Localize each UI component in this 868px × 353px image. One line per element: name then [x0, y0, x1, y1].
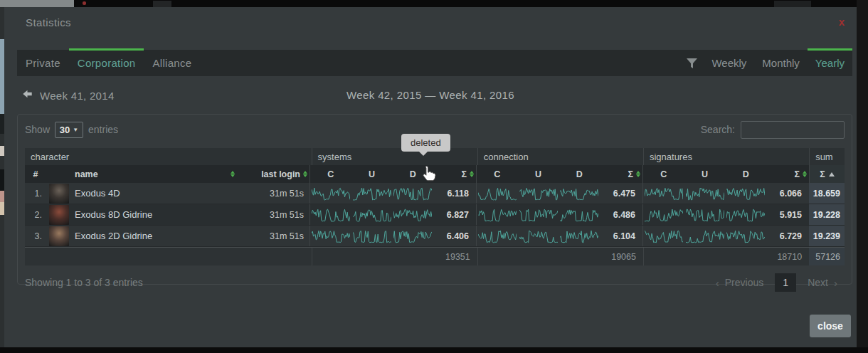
background-top-bar — [0, 0, 868, 7]
avatar — [46, 204, 72, 225]
header-signatures-c[interactable]: C — [643, 169, 684, 179]
period-weekly[interactable]: Weekly — [704, 50, 754, 76]
connection-sum-value: 6.486 — [600, 204, 642, 225]
page-size-select[interactable]: 30 ▼ — [55, 122, 83, 138]
total-sum-value: 18.659 — [809, 183, 845, 204]
background-right-area — [857, 0, 868, 353]
header-systems-cols: C U D Σ — [309, 165, 476, 183]
header-connection-d[interactable]: D — [559, 169, 600, 179]
next-page-button[interactable]: Next › — [800, 274, 845, 292]
group-character: character — [25, 148, 312, 165]
tab-private[interactable]: Private — [17, 50, 69, 76]
total-sum-value: 19.228 — [809, 204, 845, 225]
filter-funnel-icon[interactable] — [679, 50, 704, 76]
sparkline-cell — [559, 204, 600, 225]
header-systems-u[interactable]: U — [351, 169, 393, 179]
background-navbar-fragment — [0, 0, 74, 7]
sparkline-cell — [725, 226, 766, 246]
header-signatures-u[interactable]: U — [684, 169, 726, 179]
header-systems-c[interactable]: C — [310, 169, 351, 179]
sparkline-cell — [392, 183, 433, 204]
sparkline-chart — [312, 228, 350, 244]
sparkline-cell — [559, 183, 600, 204]
row-rank: 2. — [25, 204, 46, 225]
header-signatures-d[interactable]: D — [726, 169, 767, 179]
signatures-sum-value: 5.915 — [766, 204, 809, 225]
sparkline-cell — [392, 226, 433, 246]
sparkline-chart — [478, 228, 517, 244]
last-login-value: 31m 51s — [243, 226, 309, 246]
header-signatures-sigma[interactable]: Σ — [766, 169, 809, 179]
sparkline-chart — [353, 228, 391, 244]
sparkline-chart — [393, 207, 432, 223]
table-row[interactable]: 2. Exodus 8D Gidrine 31m 51s 6.827 — [25, 204, 845, 226]
sort-icon — [231, 171, 235, 178]
sparkline-cell — [684, 226, 726, 246]
sparkline-cell — [725, 204, 766, 225]
sort-icon — [303, 171, 308, 178]
connection-total: 19065 — [477, 248, 643, 265]
statistics-modal: Statistics x Private Corporation Allianc… — [4, 7, 857, 347]
header-name-label: name — [75, 169, 98, 179]
table-row[interactable]: 3. Exodus 2D Gidrine 31m 51s 6.406 — [25, 226, 845, 247]
sparkline-chart — [726, 186, 765, 201]
sort-ascending-icon — [829, 172, 835, 176]
sparkline-cell — [684, 204, 726, 225]
tab-corporation[interactable]: Corporation — [69, 50, 144, 76]
header-signatures-cols: C U D Σ — [642, 165, 809, 183]
header-avatar-spacer — [46, 165, 72, 183]
sparkline-chart — [353, 186, 391, 201]
sigma-label: Σ — [461, 169, 467, 179]
tab-alliance[interactable]: Alliance — [144, 50, 200, 76]
header-last-login[interactable]: last login — [243, 165, 309, 183]
sparkline-cell — [392, 204, 433, 225]
avatar — [46, 226, 72, 246]
header-connection-u[interactable]: U — [518, 169, 559, 179]
character-name: Exodus 8D Gidrine — [72, 204, 243, 225]
connection-cells: 6.104 — [476, 226, 642, 246]
chevron-right-icon: › — [834, 277, 837, 289]
header-connection-sigma[interactable]: Σ — [600, 169, 642, 179]
connection-cells: 6.486 — [476, 204, 642, 225]
sort-icon — [636, 171, 641, 178]
sparkline-chart — [393, 186, 432, 201]
sparkline-chart — [312, 186, 350, 201]
header-name[interactable]: name — [72, 165, 243, 183]
header-sum-sigma[interactable]: Σ — [809, 165, 845, 183]
chevron-down-icon: ▼ — [73, 127, 78, 133]
header-systems-d[interactable]: D — [393, 169, 434, 179]
period-yearly[interactable]: Yearly — [808, 50, 852, 76]
close-button[interactable]: close — [810, 315, 851, 337]
sparkline-chart — [519, 228, 558, 244]
header-connection-c[interactable]: C — [477, 169, 518, 179]
signatures-cells: 5.915 — [642, 204, 809, 225]
character-portrait — [49, 226, 69, 246]
sparkline-chart — [312, 207, 350, 223]
showing-entries-text: Showing 1 to 3 of 3 entries — [25, 277, 143, 288]
row-rank: 1. — [25, 183, 46, 204]
search-label: Search: — [701, 124, 735, 135]
table-row[interactable]: 1. Exodus 4D 31m 51s 6.118 6.475 — [25, 183, 845, 204]
sparkline-chart — [726, 228, 765, 244]
period-monthly[interactable]: Monthly — [754, 50, 808, 76]
sparkline-cell — [310, 183, 351, 204]
sparkline-chart — [560, 228, 598, 244]
sparkline-cell — [351, 226, 393, 246]
header-systems-sigma[interactable]: Σ — [433, 169, 476, 179]
sort-icon — [803, 171, 808, 178]
sparkline-cell — [310, 204, 351, 225]
page-number-button[interactable]: 1 — [775, 273, 796, 292]
totals-spacer — [25, 248, 312, 265]
search-input[interactable] — [741, 121, 845, 139]
total-sum-value: 19.239 — [809, 226, 845, 246]
connection-sum-value: 6.104 — [600, 226, 642, 246]
signatures-cells: 6.066 — [642, 183, 809, 204]
sparkline-chart — [645, 186, 683, 201]
sparkline-cell — [643, 204, 684, 225]
previous-page-button[interactable]: ‹ Previous — [709, 274, 771, 292]
row-rank: 3. — [25, 226, 46, 246]
page-background: Statistics x Private Corporation Allianc… — [0, 0, 868, 353]
close-x-icon[interactable]: x — [835, 16, 848, 28]
sparkline-cell — [725, 183, 766, 204]
header-rank[interactable]: # — [25, 165, 46, 183]
